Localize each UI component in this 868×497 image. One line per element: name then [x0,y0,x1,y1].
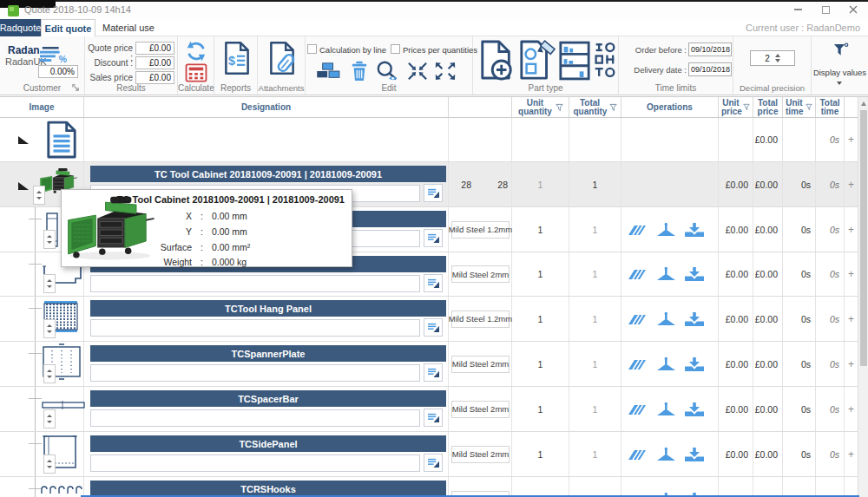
notes-button[interactable] [424,409,443,427]
trash-icon[interactable] [351,61,368,82]
part-title-bar[interactable]: TCTool Hang Panel [90,300,446,317]
material-box[interactable]: Mild Steel 2mm [451,401,510,418]
bricks-icon[interactable] [316,62,342,81]
bend-operation-icon[interactable] [654,311,677,327]
cut-operation-icon[interactable] [626,311,648,327]
add-operation-button[interactable]: + [845,297,858,341]
maximize-button[interactable] [819,3,832,16]
column-header-blank[interactable] [449,97,512,117]
bend-operation-icon[interactable] [654,356,677,372]
row-expander-icon[interactable] [18,182,29,190]
column-header-total-quantity[interactable]: Total quantity [569,97,621,117]
edit-part-icon[interactable] [518,40,556,82]
cut-operation-icon[interactable] [626,447,648,462]
vertical-scrollbar[interactable] [858,97,868,497]
cut-operation-icon[interactable] [626,356,648,372]
filter-icon[interactable] [556,103,563,112]
part-title-bar[interactable]: TCSidePanel [90,435,446,452]
reports-button[interactable]: Reports [214,36,258,95]
part-title-bar[interactable]: TCSpacerBar [90,390,446,407]
calculate-button[interactable]: Calculate [178,36,214,95]
prices-per-quantities-checkbox[interactable] [391,44,400,54]
description-input[interactable] [90,364,420,382]
decimal-precision-stepper[interactable]: 2 [750,50,795,66]
tab-radquote[interactable]: Radquote [0,19,41,36]
notes-button[interactable] [424,274,443,292]
part-row[interactable]: TCSpannerPlate Mild Steel 2mm 1 1 £0.00 … [0,342,858,387]
cut-operation-icon[interactable] [626,266,648,282]
tab-edit-quote[interactable]: Edit quote [41,19,95,36]
notes-button[interactable] [424,318,443,337]
add-part-icon[interactable] [478,40,515,82]
bend-operation-icon[interactable] [654,402,677,417]
add-operation-button[interactable]: + [845,252,858,296]
quantity-stepper[interactable] [43,409,56,428]
bend-operation-icon[interactable] [654,266,677,282]
part-row[interactable]: TCSidePanel Mild Steel 2mm 1 1 £0.00 £0.… [0,432,858,477]
cut-operation-icon[interactable] [626,402,648,417]
add-operation-button[interactable]: + [845,432,858,476]
fold-operation-icon[interactable] [683,222,706,238]
unit-quantity-cell[interactable]: 1 [512,342,569,386]
sales-price-field[interactable]: £0.00 [135,71,174,84]
hardware-letters-icon[interactable] [593,42,616,78]
column-header-designation[interactable]: Designation [84,97,449,117]
unit-quantity-cell[interactable]: 1 [512,162,569,206]
attachments-button[interactable]: Attachments [258,36,306,95]
fold-operation-icon[interactable] [683,447,706,462]
add-operation-button[interactable]: + [845,207,858,252]
quote-root-row[interactable]: £0.00 0s + [0,118,858,162]
description-input[interactable] [90,454,420,472]
unit-quantity-cell[interactable]: 1 [512,387,569,431]
column-header-unit-price[interactable]: Unit price [719,97,753,117]
bend-operation-icon[interactable] [654,222,677,238]
add-operation-button[interactable]: + [845,162,858,206]
scrollbar-thumb[interactable] [860,110,867,366]
quantity-stepper[interactable] [43,274,56,293]
filter-icon[interactable] [609,103,617,112]
assembly-shelf-icon[interactable] [558,40,591,82]
part-row[interactable]: TCRSHooks Mild Steel 2mm 1 1 £0.00 £0.00… [0,477,858,497]
assembly-title-bar[interactable]: TC Tool Cabinet 20181009-20091 | 2018100… [90,166,446,182]
material-box[interactable]: Mild Steel 2mm [451,446,510,463]
quantity-stepper[interactable] [43,230,56,249]
quote-price-field[interactable]: £0.00 [135,42,174,55]
delivery-date-field[interactable]: 09/10/2018 [688,62,732,76]
fold-operation-icon[interactable] [683,356,706,372]
part-row[interactable]: TCSpacerBar Mild Steel 2mm 1 1 £0.00 £0.… [0,387,858,432]
preview-magnifier-icon[interactable] [375,60,401,82]
tab-material-use[interactable]: Material use [97,19,160,36]
calculation-by-line-checkbox[interactable] [307,44,317,54]
column-header-unit-quantity[interactable]: Unit quantity [512,97,569,117]
column-header-total-price[interactable]: Total price [753,97,783,117]
unit-quantity-cell[interactable]: 1 [512,477,569,497]
step-down-icon[interactable] [775,59,780,62]
part-title-bar[interactable]: TCSpannerPlate [90,345,446,362]
material-box[interactable]: Mild Steel 2mm [451,356,510,373]
fold-operation-icon[interactable] [683,266,706,282]
column-header-operations[interactable]: Operations [621,97,719,117]
column-header-total-time[interactable]: Total time [816,97,845,117]
column-header-unit-time[interactable]: Unit time [783,97,816,117]
bend-operation-icon[interactable] [654,447,677,462]
quantity-stepper[interactable] [33,186,45,205]
material-box[interactable]: Mild Steel 1.2mm [451,221,510,239]
description-input[interactable] [90,319,420,337]
order-before-date-field[interactable]: 09/10/2018 [688,43,732,56]
description-input[interactable] [90,275,420,292]
close-button[interactable] [847,3,859,16]
notes-button[interactable] [424,184,443,202]
material-box[interactable]: Mild Steel 2mm [451,265,510,283]
notes-button[interactable] [424,229,443,247]
discount-field[interactable]: £0.00 [135,56,174,69]
step-up-icon[interactable] [775,54,780,57]
column-header-image[interactable]: Image [0,97,84,117]
add-operation-button[interactable]: + [845,477,858,497]
part-row[interactable]: TCTool Hang Panel Mild Steel 1.2mm 1 1 £… [0,297,858,342]
fold-operation-icon[interactable] [683,311,706,327]
add-operation-button[interactable]: + [845,387,858,431]
unit-quantity-cell[interactable]: 1 [512,207,569,252]
expand-all-icon[interactable] [434,62,457,81]
cut-operation-icon[interactable] [626,222,648,238]
customer-discount-field[interactable]: 0.00% [38,65,78,78]
